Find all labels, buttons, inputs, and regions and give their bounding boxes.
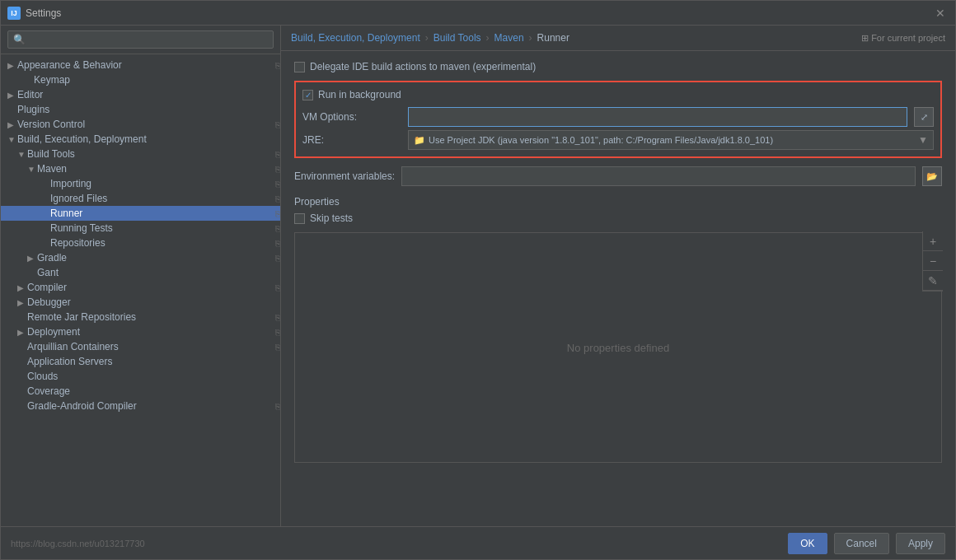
- env-variables-label: Environment variables:: [294, 170, 395, 182]
- delegate-ide-checkbox[interactable]: [294, 62, 305, 72]
- sidebar-item-label: Runner: [50, 208, 275, 219]
- sidebar-item-running-tests[interactable]: Running Tests ⎘: [1, 221, 280, 236]
- sidebar-item-label: Compiler: [27, 282, 275, 293]
- cancel-button[interactable]: Cancel: [834, 533, 889, 554]
- tree-arrow: ▶: [17, 283, 27, 292]
- settings-tree: ▶ Appearance & Behavior ⎘ Keymap ▶ Edito…: [1, 54, 280, 526]
- sidebar-item-application-servers[interactable]: Application Servers: [1, 354, 280, 369]
- sidebar-item-build-execution[interactable]: ▼ Build, Execution, Deployment: [1, 132, 280, 147]
- search-input[interactable]: [7, 30, 274, 49]
- sidebar-item-repositories[interactable]: Repositories ⎘: [1, 236, 280, 250]
- ok-button[interactable]: OK: [788, 533, 827, 554]
- env-variables-row: Environment variables: 📂: [294, 166, 942, 186]
- title-bar: IJ Settings ✕: [1, 1, 955, 26]
- chevron-down-icon: ▼: [918, 134, 928, 146]
- tree-arrow: ▼: [17, 150, 27, 159]
- sidebar-item-gradle-android[interactable]: Gradle-Android Compiler ⎘: [1, 399, 280, 413]
- sidebar-item-ignored-files[interactable]: Ignored Files ⎘: [1, 191, 280, 206]
- tree-arrow: ▶: [17, 298, 27, 307]
- jre-row: JRE: 📁 Use Project JDK (java version "1.…: [302, 130, 934, 150]
- sidebar-item-label: Deployment: [27, 326, 275, 338]
- sidebar-item-clouds[interactable]: Clouds: [1, 369, 280, 384]
- settings-copy-icon: ⎘: [275, 283, 280, 292]
- sidebar-item-label: Application Servers: [27, 356, 280, 367]
- jre-dropdown[interactable]: 📁 Use Project JDK (java version "1.8.0_1…: [408, 130, 934, 150]
- sidebar-item-deployment[interactable]: ▶ Deployment ⎘: [1, 324, 280, 339]
- add-property-button[interactable]: +: [923, 231, 943, 251]
- properties-toolbar: + − ✎: [922, 231, 943, 292]
- tree-arrow: ▼: [27, 165, 37, 174]
- sidebar-item-debugger[interactable]: ▶ Debugger: [1, 295, 280, 310]
- sidebar-item-label: Gradle: [37, 252, 275, 264]
- jre-dropdown-text: 📁 Use Project JDK (java version "1.8.0_1…: [414, 135, 773, 146]
- sidebar-item-label: Gant: [37, 267, 280, 278]
- settings-tree-panel: ▶ Appearance & Behavior ⎘ Keymap ▶ Edito…: [1, 26, 281, 526]
- tree-arrow: ▶: [7, 91, 17, 100]
- sidebar-item-coverage[interactable]: Coverage: [1, 384, 280, 399]
- sidebar-item-arquillian[interactable]: Arquillian Containers ⎘: [1, 339, 280, 354]
- remove-property-button[interactable]: −: [923, 251, 943, 271]
- sidebar-item-label: Maven: [37, 163, 275, 175]
- settings-copy-icon: ⎘: [275, 165, 280, 174]
- delegate-ide-checkbox-label[interactable]: Delegate IDE build actions to maven (exp…: [294, 61, 536, 72]
- settings-copy-icon: ⎘: [275, 224, 280, 233]
- vm-options-input[interactable]: [408, 107, 907, 127]
- sidebar-item-plugins[interactable]: Plugins: [1, 102, 280, 117]
- apply-button[interactable]: Apply: [896, 533, 945, 554]
- settings-copy-icon: ⎘: [275, 194, 280, 203]
- breadcrumb-maven[interactable]: Maven: [494, 32, 524, 44]
- settings-dialog: IJ Settings ✕ ▶ Appearance & Behavior ⎘: [0, 0, 956, 560]
- highlighted-section: Run in background VM Options: ⤢ JRE:: [294, 81, 942, 158]
- sidebar-item-appearance-behavior[interactable]: ▶ Appearance & Behavior ⎘: [1, 58, 280, 72]
- env-variables-input[interactable]: [401, 166, 916, 186]
- sidebar-item-version-control[interactable]: ▶ Version Control ⎘: [1, 117, 280, 132]
- sidebar-item-label: Editor: [17, 89, 280, 100]
- sidebar-item-label: Repositories: [50, 237, 275, 249]
- sidebar-item-importing[interactable]: Importing ⎘: [1, 176, 280, 191]
- no-properties-text: No properties defined: [567, 342, 669, 354]
- edit-property-button[interactable]: ✎: [923, 271, 943, 291]
- sidebar-item-build-tools[interactable]: ▼ Build Tools ⎘: [1, 147, 280, 161]
- sidebar-item-gradle[interactable]: ▶ Gradle ⎘: [1, 250, 280, 265]
- sidebar-item-label: Remote Jar Repositories: [27, 311, 275, 323]
- sidebar-item-label: Keymap: [34, 74, 280, 86]
- settings-copy-icon: ⎘: [275, 402, 280, 411]
- settings-copy-icon: ⎘: [275, 343, 280, 352]
- breadcrumb-sep-2: ›: [486, 32, 490, 44]
- breadcrumb-build-execution[interactable]: Build, Execution, Deployment: [291, 32, 420, 44]
- close-button[interactable]: ✕: [932, 5, 949, 21]
- settings-copy-icon: ⎘: [275, 120, 280, 129]
- tree-arrow: ▶: [7, 120, 17, 129]
- scope-icon: ⊞: [861, 33, 869, 43]
- sidebar-item-keymap[interactable]: Keymap: [1, 72, 280, 87]
- run-in-background-row: Run in background: [302, 89, 934, 100]
- settings-copy-icon: ⎘: [275, 150, 280, 159]
- properties-area: No properties defined: [294, 232, 942, 463]
- properties-table-container: No properties defined + − ✎: [294, 232, 942, 463]
- project-scope-label: ⊞ For current project: [861, 33, 945, 44]
- sidebar-item-remote-jar[interactable]: Remote Jar Repositories ⎘: [1, 310, 280, 324]
- sidebar-item-label: Importing: [50, 178, 275, 189]
- breadcrumb-sep-1: ›: [425, 32, 429, 44]
- skip-tests-label[interactable]: Skip tests: [294, 212, 353, 224]
- delegate-ide-row: Delegate IDE build actions to maven (exp…: [294, 61, 942, 72]
- sidebar-item-editor[interactable]: ▶ Editor: [1, 87, 280, 102]
- env-browse-button[interactable]: 📂: [922, 166, 942, 186]
- run-in-background-label[interactable]: Run in background: [302, 89, 934, 100]
- jre-label: JRE:: [302, 134, 401, 146]
- skip-tests-checkbox[interactable]: [294, 213, 305, 224]
- settings-copy-icon: ⎘: [275, 239, 280, 248]
- footer-url: https://blog.csdn.net/u013217730: [11, 539, 145, 548]
- breadcrumb-build-tools[interactable]: Build Tools: [433, 32, 481, 44]
- sidebar-item-maven[interactable]: ▼ Maven ⎘: [1, 161, 280, 176]
- sidebar-item-label: Ignored Files: [50, 193, 275, 204]
- breadcrumb: Build, Execution, Deployment › Build Too…: [281, 26, 955, 51]
- run-in-background-checkbox[interactable]: [302, 90, 313, 100]
- sidebar-item-runner[interactable]: Runner ⎘: [1, 206, 280, 221]
- tree-arrow: ▶: [7, 61, 17, 70]
- settings-copy-icon: ⎘: [275, 313, 280, 322]
- vm-options-expand-button[interactable]: ⤢: [914, 107, 934, 127]
- sidebar-item-compiler[interactable]: ▶ Compiler ⎘: [1, 280, 280, 295]
- tree-arrow: ▼: [7, 135, 17, 144]
- sidebar-item-gant[interactable]: Gant: [1, 265, 280, 280]
